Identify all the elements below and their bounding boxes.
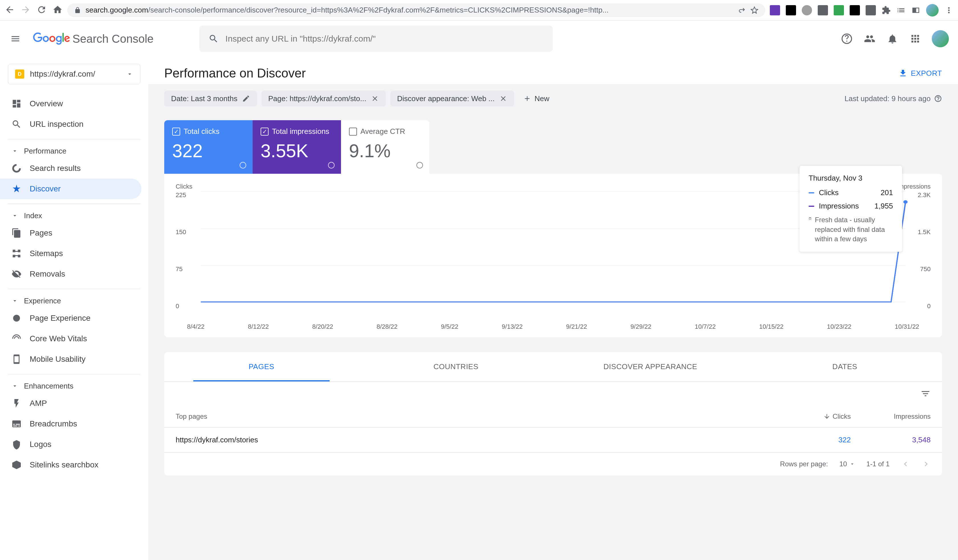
list-icon[interactable] [896, 6, 906, 15]
ext-icon[interactable] [866, 5, 876, 15]
panel-icon[interactable] [911, 6, 920, 15]
apps-icon[interactable] [909, 32, 922, 45]
help-icon[interactable] [327, 161, 335, 169]
sidebar-item-sitelinks-searchbox[interactable]: Sitelinks searchbox [0, 455, 141, 475]
sidebar: D https://dykraf.com/ Overview URL inspe… [0, 57, 148, 560]
sidebar-item-removals[interactable]: Removals [0, 264, 141, 284]
browser-toolbar: search.google.com/search-console/perform… [0, 0, 958, 21]
sidebar-item-logos[interactable]: Logos [0, 434, 141, 455]
account-avatar[interactable] [932, 30, 949, 47]
sidebar-item-search-results[interactable]: Search results [0, 158, 141, 179]
close-icon[interactable] [499, 95, 507, 103]
search-input[interactable] [225, 34, 544, 44]
table-row[interactable]: https://dykraf.com/stories 322 3,548 [164, 427, 942, 452]
chevron-down-icon [849, 461, 855, 467]
reload-icon[interactable] [36, 5, 47, 16]
star-icon[interactable] [750, 6, 758, 14]
svg-point-4 [417, 162, 423, 168]
calendar-icon [809, 215, 811, 222]
help-icon[interactable] [934, 95, 942, 103]
svg-point-1 [935, 96, 941, 102]
checkbox-icon [261, 128, 268, 136]
tab-pages[interactable]: PAGES [164, 352, 359, 381]
metric-card-ctr[interactable]: Average CTR 9.1% [341, 120, 430, 174]
add-filter-button[interactable]: New [519, 94, 554, 103]
chart-tooltip: Thursday, Nov 3 Clicks201 Impressions1,9… [799, 166, 902, 252]
sidebar-section-index[interactable]: Index [0, 209, 148, 223]
people-icon[interactable] [863, 32, 876, 45]
sidebar-item-overview[interactable]: Overview [0, 93, 141, 114]
ext-icon[interactable] [850, 5, 860, 15]
content-area: Performance on Discover EXPORT Date: Las… [148, 57, 958, 560]
export-button[interactable]: EXPORT [898, 69, 942, 78]
prev-page-icon[interactable] [901, 459, 910, 468]
edit-icon [242, 95, 250, 103]
sidebar-item-core-web-vitals[interactable]: Core Web Vitals [0, 328, 141, 349]
arrow-down-icon [823, 413, 830, 420]
sidebar-item-mobile-usability[interactable]: Mobile Usability [0, 349, 141, 369]
svg-point-2 [240, 162, 246, 168]
help-icon[interactable] [841, 32, 853, 45]
back-icon[interactable] [5, 5, 15, 16]
next-page-icon[interactable] [922, 459, 931, 468]
ext-icon[interactable] [834, 5, 844, 15]
filter-chip-page[interactable]: Page: https://dykraf.com/sto... [262, 90, 386, 106]
bell-icon[interactable] [886, 32, 899, 45]
checkbox-icon [172, 128, 180, 136]
filter-chip-date[interactable]: Date: Last 3 months [164, 90, 257, 106]
ext-icon[interactable] [818, 5, 828, 15]
checkbox-icon [349, 128, 357, 136]
plus-icon [523, 95, 531, 103]
tabs-card: PAGES COUNTRIES DISCOVER APPEARANCE DATE… [164, 352, 942, 475]
tab-countries[interactable]: COUNTRIES [359, 352, 553, 381]
sidebar-item-breadcrumbs[interactable]: Breadcrumbs [0, 414, 141, 434]
ext-icon[interactable] [802, 5, 812, 15]
tab-dates[interactable]: DATES [747, 352, 942, 381]
page-title: Performance on Discover [164, 66, 306, 80]
sidebar-item-amp[interactable]: AMP [0, 393, 141, 414]
sidebar-item-url-inspection[interactable]: URL inspection [0, 114, 141, 134]
forward-icon [21, 5, 31, 16]
search-box[interactable] [199, 25, 553, 52]
sidebar-item-sitemaps[interactable]: Sitemaps [0, 243, 141, 264]
menu-button[interactable] [9, 32, 22, 45]
rows-per-page-select[interactable]: 10 [839, 460, 855, 468]
ext-icon[interactable] [770, 5, 780, 15]
address-bar[interactable]: search.google.com/search-console/perform… [67, 3, 765, 17]
sidebar-section-performance[interactable]: Performance [0, 144, 148, 158]
search-icon [208, 33, 219, 44]
close-icon[interactable] [371, 95, 379, 103]
share-icon[interactable] [738, 6, 746, 14]
lock-icon [74, 7, 81, 14]
ext-icon[interactable] [786, 5, 796, 15]
property-selector[interactable]: D https://dykraf.com/ [8, 64, 140, 84]
more-icon[interactable] [944, 6, 953, 15]
chevron-down-icon [126, 71, 133, 78]
sidebar-section-experience[interactable]: Experience [0, 294, 148, 308]
pagination: Rows per page: 10 1-1 of 1 [164, 452, 942, 475]
chart-card: Thursday, Nov 3 Clicks201 Impressions1,9… [164, 174, 942, 337]
download-icon [898, 69, 907, 78]
sidebar-section-enhancements[interactable]: Enhancements [0, 379, 148, 393]
sort-clicks[interactable]: Clicks [794, 413, 851, 421]
help-icon[interactable] [416, 161, 423, 169]
svg-point-9 [903, 200, 907, 204]
logo[interactable]: Search Console [33, 32, 154, 45]
filter-icon[interactable] [920, 389, 931, 399]
help-icon[interactable] [239, 161, 247, 169]
app-header: Search Console [0, 21, 958, 57]
sidebar-item-page-experience[interactable]: Page Experience [0, 308, 141, 328]
filter-chip-appearance[interactable]: Discover appearance: Web ... [390, 90, 514, 106]
metric-card-impressions[interactable]: Total impressions 3.55K [252, 120, 341, 174]
sidebar-item-discover[interactable]: Discover [0, 179, 141, 199]
profile-avatar[interactable] [926, 4, 939, 16]
metric-card-clicks[interactable]: Total clicks 322 [164, 120, 252, 174]
svg-point-0 [13, 315, 20, 321]
sidebar-item-pages[interactable]: Pages [0, 223, 141, 243]
last-updated: Last updated: 9 hours ago [845, 94, 942, 103]
tab-discover-appearance[interactable]: DISCOVER APPEARANCE [553, 352, 747, 381]
x-axis-labels: 8/4/228/12/228/20/228/28/229/5/229/13/22… [176, 320, 931, 331]
home-icon[interactable] [52, 5, 63, 16]
svg-point-3 [328, 162, 335, 168]
extensions-icon[interactable] [882, 6, 891, 15]
